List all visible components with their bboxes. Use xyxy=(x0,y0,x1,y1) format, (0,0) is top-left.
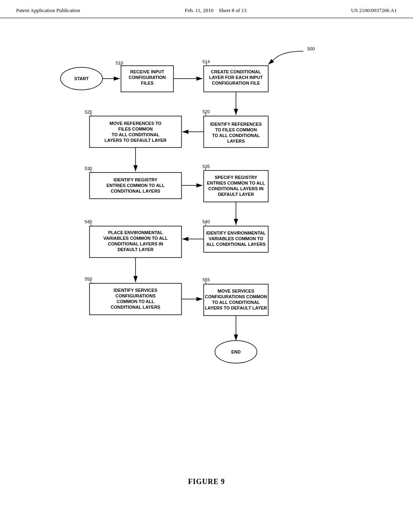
node-530-line2: ENTRIES COMMON TO ALL xyxy=(106,183,165,188)
node-540-line1: IDENTIFY ENVIRONMENTAL xyxy=(206,231,266,235)
node-514-line1: CREATE CONDITIONAL xyxy=(211,69,261,74)
node-525-line3: TO ALL CONDITIONAL xyxy=(112,132,160,137)
label-540: 540 xyxy=(202,219,210,224)
label-510: 510 xyxy=(116,60,123,65)
node-545-line1: PLACE ENVIRONMENTAL xyxy=(108,230,163,235)
node-525-line1: MOVE REFERENCES TO xyxy=(110,121,162,126)
node-530-line1: IDENTIFY REGISTRY xyxy=(114,177,158,182)
node-550-line4: CONDITIONAL LAYERS xyxy=(111,305,161,310)
node-530-line3: CONDITIONAL LAYERS xyxy=(111,189,161,193)
page-header: Patent Application Publication Feb. 11, … xyxy=(0,0,413,18)
figure-label: FIGURE 9 xyxy=(188,478,225,486)
header-center: Feb. 11, 2010 Sheet 8 of 13 xyxy=(185,7,246,14)
node-525-line2: FILES COMMON xyxy=(118,127,153,131)
node-550-line2: CONFIGURATIONS xyxy=(115,293,155,298)
diagram-area: START RECEIVE INPUT CONFIGURATION FILES … xyxy=(0,18,413,502)
node-535-line1: SPECIFY REGISTRY xyxy=(215,175,257,180)
node-510-line1: RECEIVE INPUT xyxy=(130,69,165,74)
node-510-line2: CONFIGURATION xyxy=(129,75,166,80)
node-545-line3: CONDITIONAL LAYERS IN xyxy=(108,241,163,246)
label-550: 550 xyxy=(85,276,92,281)
label-525: 525 xyxy=(85,110,92,114)
label-500: 500 xyxy=(307,46,315,51)
node-555-line3: TO ALL CONDITIONAL xyxy=(212,300,260,305)
node-520-line1: IDENTIFY REFERENCES xyxy=(210,122,262,127)
node-535-line3: CONDITIONAL LAYERS IN xyxy=(209,186,264,191)
node-545-line2: VARIABLES COMMON TO ALL xyxy=(103,236,168,241)
start-label: START xyxy=(74,76,89,81)
flowchart-svg: START RECEIVE INPUT CONFIGURATION FILES … xyxy=(49,26,364,470)
header-patent-number: US 2100/0037206 A1 xyxy=(351,7,397,14)
label-520: 520 xyxy=(202,109,210,114)
node-550-line1: IDENTIFY SERVICES xyxy=(114,288,157,293)
node-510-line3: FILES xyxy=(141,81,153,85)
label-530: 530 xyxy=(85,166,92,171)
node-525-line4: LAYERS TO DEFAULT LAYER xyxy=(104,138,167,143)
node-550-line3: COMMON TO ALL xyxy=(117,299,154,304)
node-520-line2: TO FILES COMMON xyxy=(215,127,257,132)
header-publication: Patent Application Publication xyxy=(16,7,80,14)
label-555: 555 xyxy=(202,277,210,282)
label-535: 535 xyxy=(202,164,210,169)
node-555-line4: LAYERS TO DEFAULT LAYER xyxy=(205,305,267,310)
node-555-line1: MOVE SERVICES xyxy=(218,289,254,293)
node-520-line3: TO ALL CONDITIONAL xyxy=(212,133,260,138)
node-545-line4: DEFAULT LAYER xyxy=(117,247,153,252)
node-535-line4: DEFAULT LAYER xyxy=(218,192,254,197)
node-520-line4: LAYERS xyxy=(227,139,245,143)
end-label: END xyxy=(231,349,240,354)
node-514-line2: LAYER FOR EACH INPUT xyxy=(209,75,263,80)
label-545: 545 xyxy=(85,219,92,224)
node-514-line3: CONFIGURATION FILE xyxy=(212,81,260,85)
node-555-line2: CONFIGURATIONS COMMON xyxy=(205,294,267,299)
label-514: 514 xyxy=(202,59,210,64)
node-535-line2: ENTRIES COMMON TO ALL xyxy=(207,181,265,185)
node-540-line3: ALL CONDITIONAL LAYERS xyxy=(206,242,265,247)
node-540-line2: VARIABLES COMMON TO xyxy=(209,236,263,241)
